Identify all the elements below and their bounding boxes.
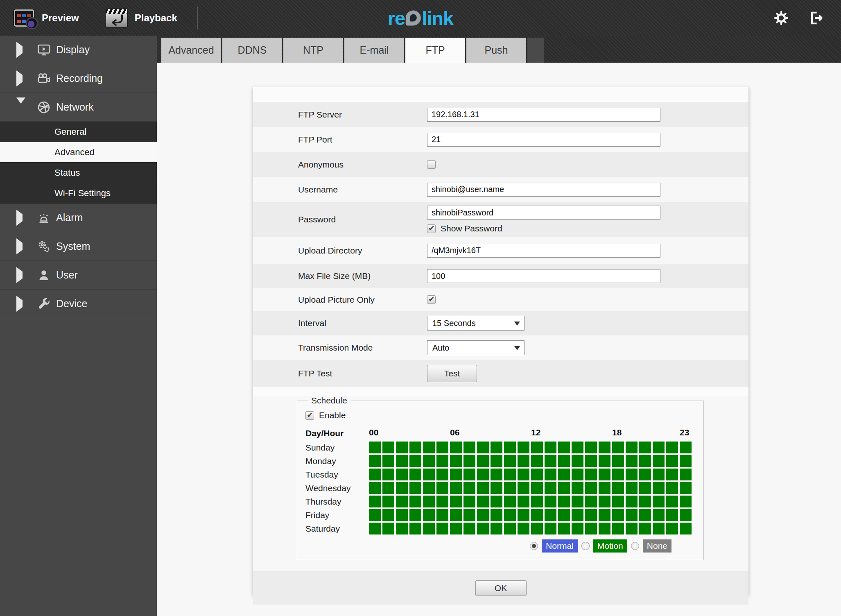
schedule-cell[interactable]	[680, 482, 692, 494]
schedule-cell[interactable]	[531, 469, 543, 480]
schedule-cell[interactable]	[599, 442, 610, 453]
ftp-test-button[interactable]: Test	[427, 365, 477, 382]
schedule-cell[interactable]	[477, 523, 489, 534]
interval-select[interactable]: 15 Seconds	[427, 316, 524, 331]
schedule-cell[interactable]	[477, 469, 489, 480]
mode-label-none[interactable]: None	[643, 539, 671, 553]
schedule-cell[interactable]	[369, 509, 381, 521]
schedule-cell[interactable]	[450, 442, 462, 453]
schedule-cell[interactable]	[409, 509, 421, 521]
schedule-cell[interactable]	[558, 482, 570, 494]
schedule-cell[interactable]	[396, 523, 408, 534]
sidebar-item-alarm[interactable]: Alarm	[0, 204, 157, 232]
anonymous-checkbox[interactable]	[427, 160, 436, 169]
schedule-cell[interactable]	[639, 509, 651, 521]
schedule-cell[interactable]	[666, 482, 678, 494]
schedule-cell[interactable]	[518, 482, 529, 494]
sidebar-item-status[interactable]: Status	[0, 163, 157, 183]
schedule-cell[interactable]	[477, 442, 489, 453]
schedule-cell[interactable]	[626, 509, 638, 521]
schedule-cell[interactable]	[477, 509, 489, 521]
schedule-cell[interactable]	[463, 482, 475, 494]
sidebar-item-general[interactable]: General	[0, 122, 157, 142]
schedule-cell[interactable]	[545, 482, 556, 494]
sidebar-item-user[interactable]: User	[0, 261, 157, 290]
password-input[interactable]	[427, 206, 660, 220]
schedule-cell[interactable]	[382, 455, 394, 467]
schedule-cell[interactable]	[653, 496, 665, 507]
schedule-cell[interactable]	[626, 442, 638, 453]
schedule-cell[interactable]	[518, 442, 529, 453]
schedule-cell[interactable]	[369, 496, 381, 507]
schedule-cell[interactable]	[545, 523, 556, 534]
schedule-cell[interactable]	[653, 509, 665, 521]
sidebar-item-display[interactable]: Display	[0, 36, 157, 64]
schedule-cell[interactable]	[545, 469, 556, 480]
sidebar-item-wifi-settings[interactable]: Wi-Fi Settings	[0, 183, 157, 204]
schedule-cell[interactable]	[626, 482, 638, 494]
schedule-cell[interactable]	[545, 442, 556, 453]
schedule-cell[interactable]	[409, 523, 421, 534]
schedule-cell[interactable]	[450, 455, 462, 467]
schedule-cell[interactable]	[463, 469, 475, 480]
schedule-cell[interactable]	[369, 482, 381, 494]
schedule-cell[interactable]	[504, 455, 516, 467]
schedule-cell[interactable]	[680, 496, 692, 507]
schedule-cell[interactable]	[585, 442, 597, 453]
schedule-cell[interactable]	[572, 482, 583, 494]
settings-button[interactable]	[773, 10, 789, 26]
schedule-cell[interactable]	[369, 469, 381, 480]
tab-email[interactable]: E-mail	[344, 38, 404, 63]
schedule-cell[interactable]	[423, 442, 435, 453]
schedule-cell[interactable]	[463, 496, 475, 507]
schedule-cell[interactable]	[409, 455, 421, 467]
schedule-cell[interactable]	[572, 496, 583, 507]
schedule-cell[interactable]	[680, 509, 692, 521]
schedule-cell[interactable]	[585, 482, 597, 494]
schedule-cell[interactable]	[653, 455, 665, 467]
schedule-cell[interactable]	[572, 509, 583, 521]
schedule-cell[interactable]	[626, 469, 638, 480]
schedule-cell[interactable]	[653, 469, 665, 480]
schedule-cell[interactable]	[639, 523, 651, 534]
schedule-cell[interactable]	[599, 523, 610, 534]
schedule-cell[interactable]	[639, 455, 651, 467]
schedule-cell[interactable]	[653, 523, 665, 534]
schedule-cell[interactable]	[396, 455, 408, 467]
schedule-cell[interactable]	[436, 455, 448, 467]
schedule-cell[interactable]	[558, 509, 570, 521]
schedule-cell[interactable]	[518, 523, 529, 534]
schedule-cell[interactable]	[545, 455, 556, 467]
schedule-cell[interactable]	[545, 496, 556, 507]
schedule-cell[interactable]	[599, 509, 610, 521]
schedule-cell[interactable]	[666, 523, 678, 534]
schedule-cell[interactable]	[436, 509, 448, 521]
schedule-cell[interactable]	[450, 482, 462, 494]
schedule-cell[interactable]	[558, 469, 570, 480]
schedule-cell[interactable]	[423, 469, 435, 480]
schedule-cell[interactable]	[396, 469, 408, 480]
schedule-cell[interactable]	[382, 482, 394, 494]
schedule-cell[interactable]	[531, 482, 543, 494]
schedule-cell[interactable]	[599, 496, 610, 507]
schedule-cell[interactable]	[436, 469, 448, 480]
schedule-cell[interactable]	[450, 469, 462, 480]
schedule-cell[interactable]	[463, 509, 475, 521]
schedule-cell[interactable]	[491, 523, 502, 534]
schedule-cell[interactable]	[585, 496, 597, 507]
schedule-cell[interactable]	[491, 509, 502, 521]
transmission-mode-select[interactable]: Auto	[427, 340, 524, 355]
schedule-cell[interactable]	[599, 455, 610, 467]
schedule-cell[interactable]	[436, 482, 448, 494]
schedule-cell[interactable]	[653, 482, 665, 494]
schedule-cell[interactable]	[680, 455, 692, 467]
schedule-cell[interactable]	[369, 523, 381, 534]
schedule-cell[interactable]	[423, 482, 435, 494]
schedule-cell[interactable]	[666, 509, 678, 521]
schedule-cell[interactable]	[396, 482, 408, 494]
upload-picture-only-checkbox[interactable]	[427, 295, 436, 304]
schedule-cell[interactable]	[518, 469, 529, 480]
schedule-cell[interactable]	[666, 455, 678, 467]
schedule-cell[interactable]	[450, 509, 462, 521]
username-input[interactable]	[427, 183, 660, 197]
